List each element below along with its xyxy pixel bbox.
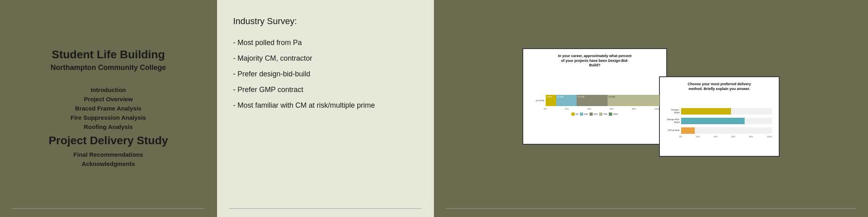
chart2-axis-80: 80% <box>749 135 753 138</box>
chart1-axis: 0% 20% 40% 60% 80% 100% <box>528 108 661 110</box>
nav-item: Project Overview <box>12 96 205 102</box>
chart-2-area: Design-Build Design-Bid-Build CM at Risk <box>665 94 774 151</box>
chart2-axis-0: 0% <box>679 135 682 138</box>
panel-middle: Industry Survey: - Most polled from Pa- … <box>217 0 434 217</box>
nav-item: Roofing Analysis <box>12 123 205 130</box>
survey-item: - Prefer design-bid-build <box>233 70 418 78</box>
chart2-label-cm-risk: CM at Risk <box>667 129 680 132</box>
chart2-axis-40: 40% <box>714 135 718 138</box>
chart1-axis-20: 20% <box>565 108 569 110</box>
chart2-row-cm-risk: CM at Risk <box>667 127 772 134</box>
legend-item-25: 25% <box>580 113 588 116</box>
chart1-legend: 0% 25% 50% 75% 100% <box>528 113 661 116</box>
nav-item: Project Delivery Study <box>12 134 205 147</box>
chart1-axis-40: 40% <box>587 108 591 110</box>
survey-item: - Prefer GMP contract <box>233 86 418 94</box>
chart2-bar-wrap-2 <box>681 118 772 124</box>
chart-1-box: In your career, approximately what perce… <box>522 48 667 145</box>
chart2-axis-100: 100% <box>767 135 772 138</box>
chart2-label-design-build: Design-Build <box>667 108 680 114</box>
legend-item-100: 100% <box>609 113 618 116</box>
nav-item: Fire Suppression Analysis <box>12 114 205 121</box>
chart1-axis-80: 80% <box>632 108 636 110</box>
survey-items-list: - Most polled from Pa- Majority CM, cont… <box>233 39 418 110</box>
navigation-list: IntroductionProject OverviewBraced Frame… <box>12 84 205 170</box>
survey-title: Industry Survey: <box>233 16 418 27</box>
chart2-axis-20: 20% <box>696 135 700 138</box>
chart2-label-dbb: Design-Bid-Build <box>667 118 680 124</box>
legend-item-50: 50% <box>590 113 598 116</box>
chart-2-title: Choose your most preferred deliverymetho… <box>665 82 774 91</box>
chart2-bar-wrap-3 <box>681 127 772 134</box>
survey-item: - Majority CM, contractor <box>233 54 418 63</box>
nav-item: Braced Frame Analysis <box>12 105 205 112</box>
chart1-bar-wrap: 9.09% 18.18% 27.27% 45.45% <box>546 95 659 106</box>
chart1-row: (n=144) 9.09% 18.18% 27.27% 45.45% <box>530 95 659 106</box>
chart2-row-design-build: Design-Build <box>667 108 772 115</box>
chart-1-bars: (n=144) 9.09% 18.18% 27.27% 45.45% <box>528 95 661 106</box>
survey-item: - Most familiar with CM at risk/multiple… <box>233 101 418 110</box>
nav-item: Introduction <box>12 86 205 93</box>
chart1-axis-60: 60% <box>610 108 614 110</box>
building-title: Student Life Building <box>52 47 165 62</box>
building-subtitle: Northampton Community College <box>51 63 166 72</box>
chart2-bar-wrap-1 <box>681 108 772 115</box>
chart-2-box: Choose your most preferred deliverymetho… <box>659 76 780 157</box>
panel-left: Student Life Building Northampton Commun… <box>0 0 217 217</box>
legend-item-0: 0% <box>571 113 578 116</box>
nav-item: Final Recommendations <box>12 151 205 158</box>
survey-item: - Most polled from Pa <box>233 39 418 47</box>
nav-item: Acknowledgments <box>12 160 205 167</box>
chart2-axis: 0% 20% 40% 60% 80% 100% <box>665 135 774 138</box>
chart1-axis-0: 0% <box>544 108 547 110</box>
chart2-axis-60: 60% <box>731 135 735 138</box>
panel-right: In your career, approximately what perce… <box>434 0 868 217</box>
chart-1-title: In your career, approximately what perce… <box>528 54 661 68</box>
chart2-row-dbb: Design-Bid-Build <box>667 118 772 124</box>
chart1-row-label: (n=144) <box>530 99 544 102</box>
chart-1-area: (n=144) 9.09% 18.18% 27.27% 45.45% <box>528 71 661 139</box>
legend-item-75: 75% <box>599 113 607 116</box>
chart2-bars: Design-Build Design-Bid-Build CM at Risk <box>665 108 774 134</box>
